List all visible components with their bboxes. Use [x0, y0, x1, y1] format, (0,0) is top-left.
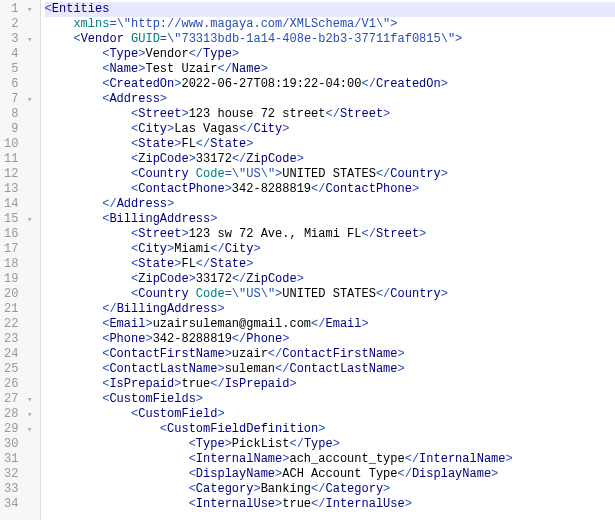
code-line[interactable]: <Street>123 sw 72 Ave., Miami FL</Street… — [45, 227, 615, 242]
line-number: 25 — [4, 362, 34, 377]
code-line[interactable]: <Phone>342-8288819</Phone> — [45, 332, 615, 347]
fold-icon[interactable]: ▾ — [26, 408, 34, 423]
code-line[interactable]: <State>FL</State> — [45, 257, 615, 272]
code-line[interactable]: <InternalUse>true</InternalUse> — [45, 497, 615, 512]
code-line[interactable]: <Street>123 house 72 street</Street> — [45, 107, 615, 122]
line-number: 1 ▾ — [4, 2, 34, 17]
line-number: 29 ▾ — [4, 422, 34, 437]
line-number: 33 — [4, 482, 34, 497]
line-number: 18 — [4, 257, 34, 272]
line-number: 9 — [4, 122, 34, 137]
line-number: 10 — [4, 137, 34, 152]
line-number: 16 — [4, 227, 34, 242]
code-line[interactable]: <Type>Vendor</Type> — [45, 47, 615, 62]
line-number: 22 — [4, 317, 34, 332]
fold-icon[interactable]: ▾ — [26, 213, 34, 228]
line-number: 2 — [4, 17, 34, 32]
line-number: 7 ▾ — [4, 92, 34, 107]
code-line[interactable]: <IsPrepaid>true</IsPrepaid> — [45, 377, 615, 392]
line-number: 32 — [4, 467, 34, 482]
fold-icon[interactable]: ▾ — [26, 3, 34, 18]
line-number: 15 ▾ — [4, 212, 34, 227]
code-line[interactable]: <Email>uzairsuleman@gmail.com</Email> — [45, 317, 615, 332]
line-number: 20 — [4, 287, 34, 302]
line-number: 31 — [4, 452, 34, 467]
line-number: 27 ▾ — [4, 392, 34, 407]
code-line[interactable]: <ContactPhone>342-8288819</ContactPhone> — [45, 182, 615, 197]
code-line[interactable]: <InternalName>ach_account_type</Internal… — [45, 452, 615, 467]
code-line[interactable]: <CreatedOn>2022-06-27T08:19:22-04:00</Cr… — [45, 77, 615, 92]
code-line[interactable]: <State>FL</State> — [45, 137, 615, 152]
code-line[interactable]: <ContactLastName>suleman</ContactLastNam… — [45, 362, 615, 377]
line-number: 11 — [4, 152, 34, 167]
line-number: 17 — [4, 242, 34, 257]
line-number: 24 — [4, 347, 34, 362]
line-number: 28 ▾ — [4, 407, 34, 422]
line-number-gutter: 1 ▾2 3 ▾4 5 6 7 ▾8 9 10 11 12 13 14 15 ▾… — [0, 0, 41, 520]
code-line[interactable]: <CustomFields> — [45, 392, 615, 407]
line-number: 23 — [4, 332, 34, 347]
code-line[interactable]: <Country Code=\"US\">UNITED STATES</Coun… — [45, 287, 615, 302]
line-number: 6 — [4, 77, 34, 92]
code-line[interactable]: <City>Miami</City> — [45, 242, 615, 257]
code-line[interactable]: <DisplayName>ACH Account Type</DisplayNa… — [45, 467, 615, 482]
line-number: 8 — [4, 107, 34, 122]
line-number: 12 — [4, 167, 34, 182]
code-line[interactable]: <Type>PickList</Type> — [45, 437, 615, 452]
line-number: 21 — [4, 302, 34, 317]
code-line[interactable]: <CustomField> — [45, 407, 615, 422]
fold-icon[interactable]: ▾ — [26, 423, 34, 438]
code-line[interactable]: <CustomFieldDefinition> — [45, 422, 615, 437]
code-line[interactable]: <BillingAddress> — [45, 212, 615, 227]
line-number: 34 — [4, 497, 34, 512]
code-line[interactable]: <Category>Banking</Category> — [45, 482, 615, 497]
code-line[interactable]: <Address> — [45, 92, 615, 107]
code-line[interactable]: <ZipCode>33172</ZipCode> — [45, 152, 615, 167]
code-line[interactable]: <Country Code=\"US\">UNITED STATES</Coun… — [45, 167, 615, 182]
code-area[interactable]: <Entities xmlns=\"http://www.magaya.com/… — [41, 0, 615, 520]
line-number: 30 — [4, 437, 34, 452]
code-line[interactable]: <Entities — [45, 2, 615, 17]
line-number: 4 — [4, 47, 34, 62]
fold-icon[interactable]: ▾ — [26, 93, 34, 108]
line-number: 13 — [4, 182, 34, 197]
line-number: 14 — [4, 197, 34, 212]
fold-icon[interactable]: ▾ — [26, 33, 34, 48]
code-line[interactable]: <ZipCode>33172</ZipCode> — [45, 272, 615, 287]
code-line[interactable]: </Address> — [45, 197, 615, 212]
fold-icon[interactable]: ▾ — [26, 393, 34, 408]
code-line[interactable]: xmlns=\"http://www.magaya.com/XMLSchema/… — [45, 17, 615, 32]
code-line[interactable]: </BillingAddress> — [45, 302, 615, 317]
code-editor[interactable]: 1 ▾2 3 ▾4 5 6 7 ▾8 9 10 11 12 13 14 15 ▾… — [0, 0, 615, 520]
line-number: 26 — [4, 377, 34, 392]
code-line[interactable]: <ContactFirstName>uzair</ContactFirstNam… — [45, 347, 615, 362]
line-number: 3 ▾ — [4, 32, 34, 47]
line-number: 5 — [4, 62, 34, 77]
code-line[interactable]: <Vendor GUID=\"73313bdb-1a14-408e-b2b3-3… — [45, 32, 615, 47]
code-line[interactable]: <City>Las Vagas</City> — [45, 122, 615, 137]
line-number: 19 — [4, 272, 34, 287]
code-line[interactable]: <Name>Test Uzair</Name> — [45, 62, 615, 77]
